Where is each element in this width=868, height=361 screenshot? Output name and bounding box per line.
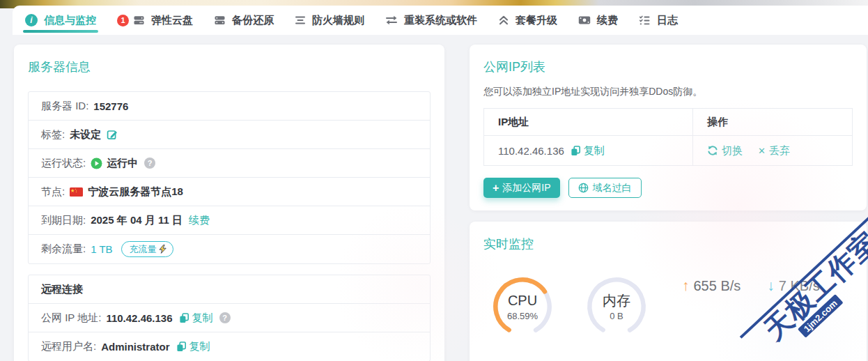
log-checklist-icon: [639, 15, 651, 26]
table-row-action-cell: 切换 ✕ 丢弃: [693, 136, 852, 165]
tag-label: 标签:: [41, 128, 65, 141]
upload-value: 655 B/s: [694, 278, 741, 294]
cpu-value: 68.59%: [507, 311, 538, 321]
remote-user-row: 远程用户名: Administrator 复制: [29, 332, 430, 361]
remote-connection-title: 远程连接: [41, 283, 83, 296]
node-label: 节点:: [41, 185, 65, 199]
status-label: 运行状态:: [41, 157, 86, 170]
tab-label: 备份还原: [232, 14, 274, 27]
traffic-row: 剩余流量: 1 TB 充流量: [29, 235, 430, 263]
server-id-row: 服务器 ID: 152776: [29, 92, 430, 121]
tab-plan-upgrade[interactable]: 套餐升级: [498, 6, 557, 35]
expire-label: 到期日期:: [41, 214, 86, 227]
refresh-icon: [707, 145, 718, 156]
rules-list-icon: [295, 15, 306, 26]
remote-connection-table: 远程连接 公网 IP 地址: 110.42.46.136 复制 ? 远程用户名:…: [28, 275, 431, 361]
recharge-label: 充流量: [130, 243, 157, 256]
banknote-icon: [578, 15, 591, 26]
tab-elastic-disk[interactable]: 1 弹性云盘: [117, 6, 193, 35]
tag-value: 未设定: [70, 128, 101, 141]
copy-icon: [571, 146, 581, 156]
public-ip-label: 公网 IP 地址:: [41, 312, 101, 325]
server-info-table: 服务器 ID: 152776 标签: 未设定 运行状态: 运行中 ? 节点: 宁…: [28, 91, 431, 264]
download-speed: ↓ 7 KB/s: [767, 277, 819, 294]
public-ip-value: 110.42.46.136: [106, 312, 172, 324]
status-help-icon[interactable]: ?: [144, 158, 155, 169]
monitor-row: CPU 68.59% 内存 0 B ↑ 655 B/s ↓ 7 KB/s: [483, 275, 853, 339]
copy-ip-button[interactable]: 复制: [179, 312, 213, 325]
remote-connection-header-row: 远程连接: [29, 275, 430, 304]
tab-label: 防火墙规则: [312, 14, 364, 27]
copy-icon: [179, 313, 189, 323]
double-chevron-up-icon: [498, 15, 509, 26]
copy-public-ip-button[interactable]: 复制: [571, 144, 605, 158]
running-play-icon: [91, 158, 102, 169]
switch-ip-button[interactable]: 切换: [707, 144, 743, 158]
tag-row: 标签: 未设定: [29, 121, 430, 149]
remote-user-label: 远程用户名:: [41, 340, 96, 353]
lightning-icon: [159, 245, 166, 254]
copy-username-button[interactable]: 复制: [176, 340, 210, 353]
traffic-value: 1 TB: [91, 243, 112, 255]
tab-label: 重装系统或软件: [404, 14, 477, 27]
upload-speed: ↑ 655 B/s: [682, 277, 741, 294]
copy-label: 复制: [189, 340, 210, 353]
discard-label: 丢弃: [769, 144, 790, 158]
notification-badge: 1: [117, 15, 129, 26]
info-circle-icon: i: [25, 14, 38, 26]
server-info-title: 服务器信息: [28, 59, 431, 75]
tab-label: 弹性云盘: [151, 14, 193, 27]
column-header-action: 操作: [693, 109, 852, 136]
recharge-traffic-button[interactable]: 充流量: [121, 241, 173, 257]
memory-gauge: 内存 0 B: [584, 275, 649, 339]
download-arrow-icon: ↓: [767, 277, 775, 294]
domain-whitelist-label: 域名过白: [593, 182, 632, 194]
memory-value: 0 B: [610, 311, 623, 321]
server-id-value: 152776: [93, 100, 128, 112]
discard-ip-button[interactable]: ✕ 丢弃: [758, 144, 790, 158]
status-row: 运行状态: 运行中 ?: [29, 149, 430, 178]
public-ip-row: 公网 IP 地址: 110.42.46.136 复制 ?: [29, 304, 430, 332]
public-ip-description: 您可以添加独立IP地址实现访问并独享DDos防御。: [483, 86, 853, 98]
ip-help-icon[interactable]: ?: [219, 312, 231, 323]
tab-firewall-rules[interactable]: 防火墙规则: [295, 6, 364, 35]
download-value: 7 KB/s: [779, 278, 820, 294]
copy-label: 复制: [192, 312, 213, 325]
status-value: 运行中: [107, 157, 138, 170]
copy-label: 复制: [584, 144, 605, 158]
globe-icon: [578, 183, 589, 193]
cpu-gauge: CPU 68.59%: [490, 275, 555, 339]
column-header-ip: IP地址: [484, 109, 693, 136]
server-id-label: 服务器 ID:: [41, 100, 88, 113]
edit-tag-icon[interactable]: [107, 129, 118, 140]
realtime-monitor-title: 实时监控: [483, 236, 853, 252]
tab-renew[interactable]: 续费: [578, 6, 618, 35]
add-public-ip-button[interactable]: + 添加公网IP: [483, 178, 560, 198]
memory-label: 内存: [603, 293, 630, 309]
public-ip-card: 公网IP列表 您可以添加独立IP地址实现访问并独享DDos防御。 IP地址 操作…: [470, 45, 867, 210]
tab-label: 日志: [657, 14, 678, 27]
ip-address-value: 110.42.46.136: [498, 145, 564, 157]
tab-reinstall[interactable]: 重装系统或软件: [385, 6, 477, 35]
table-row-ip-cell: 110.42.46.136 复制: [484, 136, 693, 165]
tab-label: 套餐升级: [516, 14, 557, 27]
tab-backup-restore[interactable]: 备份还原: [214, 6, 274, 35]
tab-info-monitoring[interactable]: i 信息与监控: [25, 6, 96, 35]
expire-value: 2025 年 04 月 11 日: [91, 214, 183, 227]
domain-whitelist-button[interactable]: 域名过白: [568, 178, 642, 198]
tab-label: 续费: [597, 14, 618, 27]
server-info-card: 服务器信息 服务器 ID: 152776 标签: 未设定 运行状态: 运行中 ?…: [14, 45, 444, 361]
server-stack-icon: [214, 15, 226, 26]
public-ip-table: IP地址 操作 110.42.46.136 复制 切换 ✕ 丢弃: [483, 108, 853, 166]
add-public-ip-label: 添加公网IP: [502, 182, 550, 194]
realtime-monitor-card: 实时监控 CPU 68.59% 内存 0 B ↑ 655 B/s: [470, 222, 867, 361]
cpu-label: CPU: [508, 293, 537, 309]
copy-icon: [176, 341, 187, 352]
tab-logs[interactable]: 日志: [639, 6, 678, 35]
tab-label: 信息与监控: [44, 14, 96, 27]
china-flag-icon: [70, 187, 83, 197]
upload-arrow-icon: ↑: [682, 277, 690, 294]
renew-link[interactable]: 续费: [189, 214, 210, 227]
node-row: 节点: 宁波云服务器节点18: [29, 178, 430, 206]
disk-stack-icon: [133, 15, 145, 26]
